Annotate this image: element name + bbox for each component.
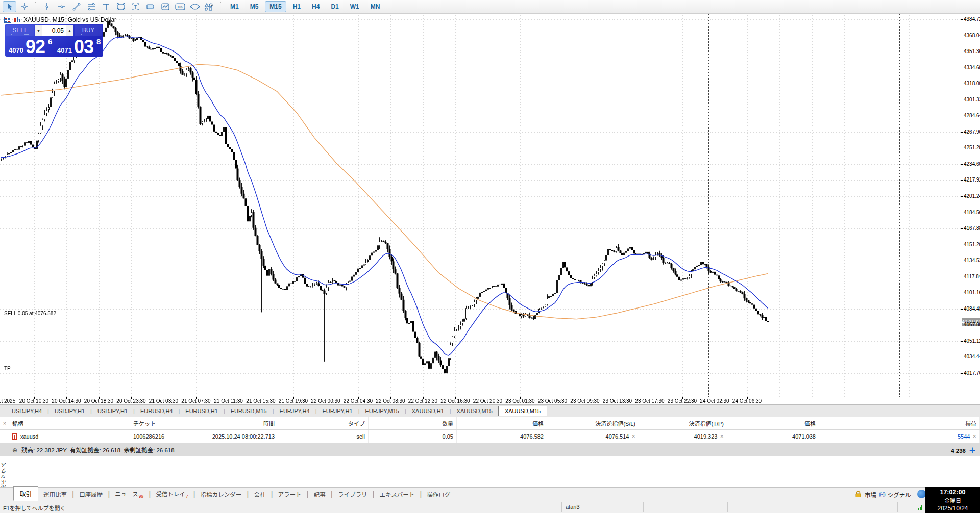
- chart-tab-xauusd-h1[interactable]: XAUUSD,H1: [406, 406, 450, 416]
- one-click-trading-panel: SELL ▼ 0.05 ▲ BUY 4070 92 6 4071 03 8: [5, 24, 103, 57]
- rectangle-tool-icon[interactable]: [114, 1, 128, 12]
- volume-increase-button[interactable]: ▲: [66, 25, 74, 36]
- toolbox-tab-4[interactable]: 受信トレイ7: [151, 488, 193, 501]
- column-header-5[interactable]: 価格: [457, 417, 547, 429]
- price-chart-canvas[interactable]: [0, 14, 961, 397]
- close-position-icon[interactable]: ✕: [972, 434, 976, 439]
- crosshair-tool-icon[interactable]: [17, 1, 31, 12]
- unread-badge: 99: [139, 494, 143, 499]
- bid-price-panel[interactable]: 4070 92 6: [6, 36, 54, 56]
- price-axis-tick: [961, 293, 963, 293]
- shapes-tool-icon[interactable]: [203, 1, 216, 12]
- timeframe-d1-button[interactable]: D1: [326, 1, 343, 12]
- column-header-4[interactable]: 数量: [369, 417, 457, 429]
- ask-price-panel[interactable]: 4071 03 8: [55, 36, 102, 56]
- position-sl[interactable]: 4076.514✕: [547, 430, 639, 443]
- signals-button[interactable]: シグナル: [888, 491, 911, 499]
- column-header-7[interactable]: 決済指値(T/P): [639, 417, 727, 429]
- chart-tab-eurusd-h1[interactable]: EURUSD,H1: [180, 406, 224, 416]
- timeframe-m5-button[interactable]: M5: [246, 1, 263, 12]
- hline-tool-icon[interactable]: [55, 1, 68, 12]
- timeframe-mn-button[interactable]: MN: [366, 1, 385, 12]
- trendline-tool-icon[interactable]: [69, 1, 83, 12]
- volume-value[interactable]: 0.05: [42, 25, 66, 36]
- timeframe-m15-button[interactable]: M15: [265, 1, 286, 12]
- toolbox-tab-10[interactable]: エキスパート: [375, 488, 420, 500]
- price-axis-label: 4368.040: [964, 33, 980, 38]
- text-tool-icon[interactable]: [99, 1, 113, 12]
- position-profit[interactable]: 5544✕: [819, 430, 980, 443]
- volume-decrease-button[interactable]: ▼: [35, 25, 42, 36]
- chart-tab-eurjpy-h4[interactable]: EURJPY,H4: [274, 406, 315, 416]
- ellipse-tool-icon[interactable]: [188, 1, 202, 12]
- open-position-line-label[interactable]: SELL 0.05 at 4076.582: [4, 311, 56, 316]
- timeframe-h1-button[interactable]: H1: [288, 1, 305, 12]
- cursor-tool-icon[interactable]: [3, 1, 16, 12]
- community-icon[interactable]: [917, 490, 926, 498]
- sell-button[interactable]: SELL: [6, 25, 34, 36]
- toolbox-tab-3[interactable]: ニュース99: [110, 488, 149, 501]
- expand-icon[interactable]: ⊕: [12, 447, 17, 454]
- timeframe-h4-button[interactable]: H4: [307, 1, 324, 12]
- close-position-icon[interactable]: ✕: [631, 434, 635, 439]
- timeframe-w1-button[interactable]: W1: [346, 1, 364, 12]
- ok-button-tool-icon[interactable]: OK: [173, 1, 187, 12]
- chart-tab-usdjpy-h1[interactable]: USDJPY,H1: [92, 406, 133, 416]
- close-toolbox-button[interactable]: ×: [0, 417, 9, 429]
- toolbox-tab-11[interactable]: 操作ログ: [422, 488, 455, 500]
- toolbox-tab-8[interactable]: 記事: [309, 488, 331, 500]
- column-header-2[interactable]: 時間: [209, 417, 278, 429]
- price-axis[interactable]: 4070.926 4384.7204368.0404351.3604334.68…: [961, 14, 980, 397]
- chart-tab-xauusd-m15[interactable]: XAUUSD,M15: [498, 406, 547, 416]
- status-bar: F1を押してヘルプを開く atari3: [0, 501, 980, 513]
- column-header-6[interactable]: 決済逆指値(S/L): [547, 417, 639, 429]
- toolbox-tab-1[interactable]: 運用比率: [38, 488, 72, 500]
- status-account-name: atari3: [566, 504, 580, 510]
- chart-tab-xauusd-m15[interactable]: XAUUSD,M15: [451, 406, 498, 416]
- toolbox-tab-5[interactable]: 指標カレンダー: [195, 488, 247, 500]
- chart-tab-usdjpy-h1[interactable]: USDJPY,H1: [49, 406, 90, 416]
- button-label-tool-icon[interactable]: [143, 1, 157, 12]
- chart-tab-eurusd-h4[interactable]: EURUSD,H4: [135, 406, 179, 416]
- chart-tab-eurusd-m15[interactable]: EURUSD,M15: [225, 406, 273, 416]
- buy-button[interactable]: BUY: [75, 25, 102, 36]
- toolbox-tab-9[interactable]: ライブラリ: [333, 488, 373, 500]
- text-label-tool-icon[interactable]: [129, 1, 142, 12]
- lock-icon: [854, 490, 862, 499]
- column-header-1[interactable]: チケット: [130, 417, 209, 429]
- bid-price-big: 92: [26, 36, 45, 56]
- time-axis-label: 21 Oct 11:30: [214, 398, 243, 404]
- price-axis-tick: [961, 52, 963, 52]
- take-profit-line-label[interactable]: TP: [4, 366, 11, 371]
- market-button[interactable]: 市場: [865, 491, 876, 499]
- vline-tool-icon[interactable]: [40, 1, 54, 12]
- price-axis-tick: [961, 116, 963, 116]
- toolbox-tab-7[interactable]: アラート: [273, 488, 307, 500]
- time-axis-label: 23 Oct 22:30: [668, 398, 697, 404]
- column-header-3[interactable]: タイプ: [278, 417, 369, 429]
- column-header-0[interactable]: 銘柄: [9, 417, 130, 429]
- toolbox-tab-6[interactable]: 会社: [249, 488, 271, 500]
- position-tp[interactable]: 4019.323✕: [639, 430, 727, 443]
- time-axis-label: 22 Oct 04:30: [344, 398, 373, 404]
- connection-status-icon: [918, 505, 922, 510]
- chart-tab-eurjpy-h1[interactable]: EURJPY,H1: [317, 406, 358, 416]
- indicator-tool-icon[interactable]: [158, 1, 172, 12]
- column-header-9[interactable]: 損益: [819, 417, 980, 429]
- time-axis-label: 23 Oct 01:30: [505, 398, 534, 404]
- new-order-plus-icon[interactable]: ＋: [969, 446, 976, 454]
- time-axis-label: 23 Oct 13:30: [603, 398, 632, 404]
- position-open-price: 4076.582: [457, 430, 547, 443]
- time-axis[interactable]: 20 Oct 202520 Oct 10:3020 Oct 14:3020 Oc…: [0, 397, 980, 404]
- trade-table-row[interactable]: xauusd10062862162025.10.24 08:00:22.713s…: [0, 430, 980, 443]
- toolbox-tab-2[interactable]: 口座履歴: [74, 488, 108, 500]
- chart-tab-usdjpy-h4[interactable]: USDJPY,H4: [6, 406, 47, 416]
- channel-tool-icon[interactable]: [84, 1, 98, 12]
- close-position-icon[interactable]: ✕: [720, 434, 724, 439]
- time-axis-tick: [520, 397, 521, 399]
- column-header-8[interactable]: 価格: [727, 417, 819, 429]
- timeframe-m1-button[interactable]: M1: [226, 1, 243, 12]
- toolbox-tab-0[interactable]: 取引: [13, 486, 38, 501]
- chart-tab-eurjpy-m15[interactable]: EURJPY,M15: [359, 406, 404, 416]
- clock-date: 2025/10/24: [937, 505, 968, 512]
